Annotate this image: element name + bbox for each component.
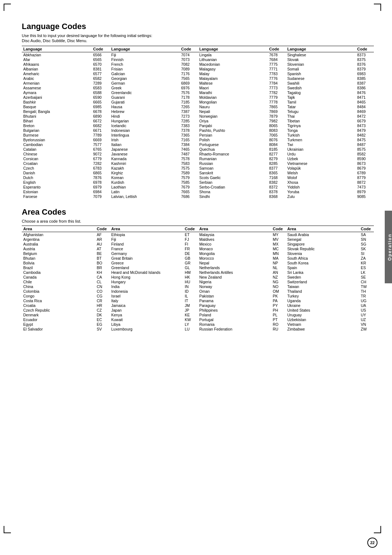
language-row: Scots Gaelic7168 bbox=[198, 175, 286, 180]
area-row: ChileCL bbox=[22, 279, 110, 284]
area-name: Heard and McDonald Islands bbox=[110, 270, 184, 275]
area-name: Hungary bbox=[110, 280, 184, 284]
language-row: Hungarian7285 bbox=[110, 118, 198, 123]
area-row: OmanOM bbox=[198, 289, 286, 293]
language-name: Turkmen bbox=[286, 138, 356, 142]
language-code: 7365 bbox=[180, 133, 198, 137]
language-name: Abkhazian bbox=[22, 53, 92, 57]
language-code: 8076 bbox=[268, 138, 286, 142]
language-col-0: LanguageCodeAbkhazian6566Afar6565Afrikaa… bbox=[22, 46, 110, 199]
area-row: JamaicaJM bbox=[110, 303, 198, 308]
section-subtitle: Disc Audio, Disc Subtitle, Disc Menu. bbox=[22, 39, 374, 43]
language-row: Panjabi8065 bbox=[198, 123, 286, 128]
area-code: RU bbox=[271, 327, 286, 331]
area-code: MX bbox=[271, 242, 286, 246]
area-code: KE bbox=[183, 313, 198, 317]
language-code: 7065 bbox=[268, 133, 286, 137]
area-row: South AfricaZA bbox=[286, 256, 374, 260]
language-code: 8575 bbox=[356, 147, 374, 151]
language-code: 7178 bbox=[180, 95, 198, 100]
area-name: China bbox=[22, 284, 95, 289]
language-name: Ameharic bbox=[22, 72, 92, 76]
language-code: 7579 bbox=[180, 175, 198, 180]
area-code: EC bbox=[95, 317, 110, 322]
area-name: Portugal bbox=[198, 317, 271, 322]
area-code: CR bbox=[95, 299, 110, 303]
language-code: 7589 bbox=[180, 171, 198, 175]
language-row: Turkish8482 bbox=[286, 133, 374, 137]
language-code: 7465 bbox=[180, 147, 198, 151]
language-row: Japanese7465 bbox=[110, 147, 198, 151]
area-row: ChinaCN bbox=[22, 284, 110, 289]
language-code: 8475 bbox=[356, 138, 374, 142]
language-name: Malagasy bbox=[198, 67, 268, 71]
lang-col-header-language: Language bbox=[110, 47, 180, 51]
language-code: 8277 bbox=[268, 152, 286, 156]
language-code: 8279 bbox=[268, 157, 286, 161]
language-row: Interlingua7365 bbox=[110, 133, 198, 137]
language-row: Kashmiri7583 bbox=[110, 161, 198, 166]
area-code: BT bbox=[95, 256, 110, 260]
area-code: SI bbox=[359, 251, 374, 256]
area-row: KuwaitKW bbox=[110, 317, 198, 322]
area-name: Brazil bbox=[22, 266, 95, 270]
language-code: 8368 bbox=[268, 194, 286, 199]
language-row: Uzbek8590 bbox=[286, 156, 374, 161]
area-row: NepalNP bbox=[198, 260, 286, 265]
area-code: NL bbox=[271, 266, 286, 270]
area-name: Saudi Arabia bbox=[286, 232, 360, 237]
area-row: HungaryHU bbox=[110, 279, 198, 284]
language-code: 7578 bbox=[180, 157, 198, 161]
language-code: 8285 bbox=[268, 161, 286, 166]
language-row: Javanese7487 bbox=[110, 151, 198, 156]
area-code: US bbox=[359, 308, 374, 312]
language-row: Samoan8377 bbox=[198, 166, 286, 170]
area-code: GB bbox=[183, 256, 198, 260]
language-row: Lithuanian7684 bbox=[198, 57, 286, 62]
language-row: Sudanese8385 bbox=[286, 76, 374, 81]
language-code: 8084 bbox=[268, 142, 286, 147]
language-row: Afrikaans6570 bbox=[22, 62, 110, 66]
language-row: Quechua8185 bbox=[198, 147, 286, 151]
area-code: SN bbox=[359, 237, 374, 242]
area-row: Netherlands AntillesAN bbox=[198, 270, 286, 275]
language-row: Volapük8679 bbox=[286, 166, 374, 170]
language-row: Sindhi8368 bbox=[198, 194, 286, 199]
area-row: SenegalSN bbox=[286, 237, 374, 242]
area-code: AR bbox=[95, 237, 110, 242]
area-row: PakistanPK bbox=[198, 293, 286, 298]
language-name: Ukrainian bbox=[286, 147, 356, 151]
area-row: UkraineUA bbox=[286, 303, 374, 308]
language-name: Tagalog bbox=[286, 90, 356, 95]
area-code: TW bbox=[359, 284, 374, 289]
language-code: 7876 bbox=[92, 175, 110, 180]
language-row: Spanish6983 bbox=[286, 71, 374, 76]
language-name: Maltese bbox=[198, 81, 268, 85]
language-row: Malay7783 bbox=[198, 71, 286, 76]
language-row: Swahili8387 bbox=[286, 81, 374, 85]
language-code: 7073 bbox=[180, 57, 198, 62]
area-name: Romania bbox=[198, 322, 271, 327]
area-name: Japan bbox=[110, 308, 184, 312]
language-name: Burmese bbox=[22, 133, 92, 137]
language-name: French bbox=[110, 62, 180, 66]
language-name: Esperanto bbox=[22, 185, 92, 189]
language-row: Bhutani6890 bbox=[22, 114, 110, 118]
language-row: Guarani7178 bbox=[110, 95, 198, 100]
language-name: Faroese bbox=[22, 194, 92, 199]
area-name: Sri Lanka bbox=[286, 270, 360, 275]
area-name: Indonesia bbox=[110, 289, 184, 293]
area-row: ColombiaCO bbox=[22, 289, 110, 293]
language-code: 7074 bbox=[180, 53, 198, 57]
area-name: Slovak Republic bbox=[286, 247, 360, 251]
language-name: Yoruba bbox=[286, 190, 356, 194]
area-name: Italy bbox=[110, 299, 184, 303]
language-code: 6983 bbox=[356, 72, 374, 76]
language-name: Javanese bbox=[110, 152, 180, 156]
area-row: New ZealandNZ bbox=[198, 275, 286, 279]
language-code: 8382 bbox=[268, 180, 286, 185]
language-name: Pashto, Pushto bbox=[198, 128, 268, 133]
language-row: Rhaeto-Romance8277 bbox=[198, 151, 286, 156]
area-code: PK bbox=[271, 294, 286, 298]
language-row: English6978 bbox=[22, 180, 110, 185]
